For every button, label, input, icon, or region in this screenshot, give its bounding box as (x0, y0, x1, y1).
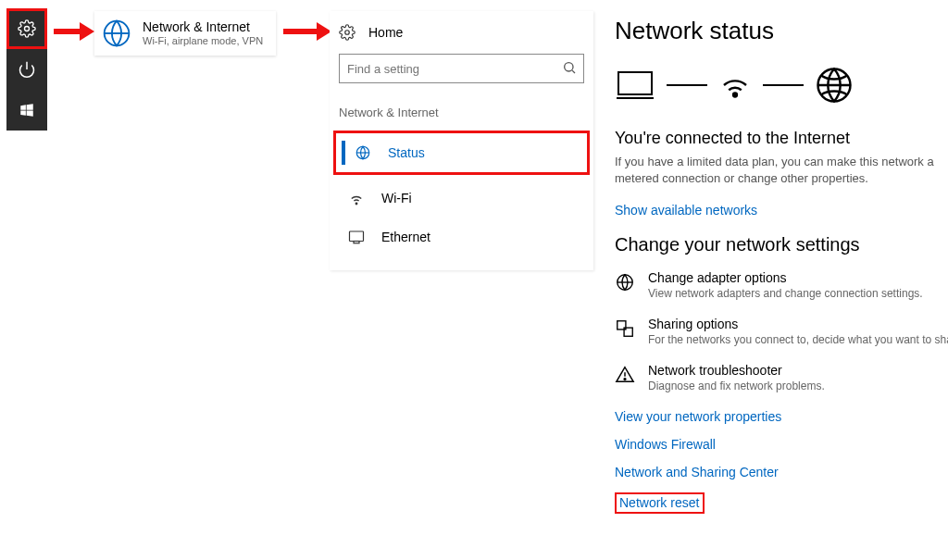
tutorial-arrow-1 (54, 22, 94, 41)
connected-description: If you have a limited data plan, you can… (615, 154, 948, 186)
settings-nav-panel: Home Network & Internet Status Wi-Fi Eth… (330, 11, 593, 270)
setting-title: Sharing options (648, 317, 948, 331)
settings-category-network[interactable]: Network & Internet Wi-Fi, airplane mode,… (94, 11, 276, 56)
ethernet-icon (348, 229, 365, 245)
svg-point-7 (356, 203, 357, 205)
category-title: Network & Internet (143, 20, 263, 34)
svg-rect-8 (350, 231, 364, 242)
start-menu-strip (6, 8, 47, 131)
search-input[interactable] (339, 54, 584, 83)
network-status-diagram (615, 66, 948, 105)
power-button[interactable] (6, 49, 47, 90)
windows-icon (19, 102, 35, 118)
sharing-icon (615, 318, 635, 339)
nav-item-ethernet[interactable]: Ethernet (330, 218, 593, 256)
search-icon (562, 60, 577, 75)
globe-icon (355, 144, 371, 161)
change-adapter-options[interactable]: Change adapter options View network adap… (615, 270, 948, 300)
windows-firewall-link[interactable]: Windows Firewall (615, 437, 948, 452)
nav-section-header: Network & Internet (330, 100, 593, 131)
svg-point-3 (345, 31, 350, 35)
setting-title: Change adapter options (648, 270, 923, 285)
svg-point-12 (733, 93, 737, 97)
svg-point-18 (624, 379, 626, 380)
setting-sub: View network adapters and change connect… (648, 287, 923, 300)
settings-button[interactable] (6, 8, 47, 49)
nav-item-label: Status (388, 145, 425, 160)
show-available-networks-link[interactable]: Show available networks (615, 203, 757, 218)
main-content: Network status You're connected to the I… (615, 17, 948, 514)
change-settings-heading: Change your network settings (615, 234, 948, 255)
wifi-icon (348, 190, 365, 206)
category-subtitle: Wi-Fi, airplane mode, VPN (143, 35, 263, 46)
windows-start-button[interactable] (6, 90, 47, 131)
setting-sub: Diagnose and fix network problems. (648, 380, 825, 392)
home-button[interactable]: Home (330, 11, 593, 54)
wifi-icon (718, 68, 752, 102)
svg-rect-9 (354, 242, 359, 243)
network-reset-link[interactable]: Network reset (619, 495, 699, 510)
home-label: Home (368, 25, 403, 40)
page-title: Network status (615, 17, 948, 45)
globe-icon (615, 272, 635, 292)
warning-icon (615, 365, 635, 385)
power-icon (18, 60, 36, 79)
svg-point-0 (25, 27, 30, 31)
view-network-properties-link[interactable]: View your network properties (615, 409, 948, 424)
globe-icon (815, 66, 854, 105)
nav-item-status[interactable]: Status (336, 133, 587, 172)
network-sharing-center-link[interactable]: Network and Sharing Center (615, 465, 948, 479)
setting-sub: For the networks you connect to, decide … (648, 333, 948, 346)
svg-rect-10 (618, 72, 652, 94)
nav-item-wifi[interactable]: Wi-Fi (330, 179, 593, 218)
svg-line-5 (572, 70, 575, 73)
sharing-options[interactable]: Sharing options For the networks you con… (615, 317, 948, 346)
globe-icon (102, 19, 131, 48)
svg-point-4 (565, 63, 573, 71)
tutorial-arrow-2 (283, 22, 331, 41)
network-troubleshooter[interactable]: Network troubleshooter Diagnose and fix … (615, 363, 948, 392)
connected-heading: You're connected to the Internet (615, 129, 948, 148)
nav-item-label: Wi-Fi (381, 191, 412, 205)
setting-title: Network troubleshooter (648, 363, 825, 378)
gear-icon (339, 24, 356, 41)
computer-icon (615, 68, 655, 102)
gear-icon (18, 19, 36, 38)
nav-item-label: Ethernet (381, 230, 430, 244)
